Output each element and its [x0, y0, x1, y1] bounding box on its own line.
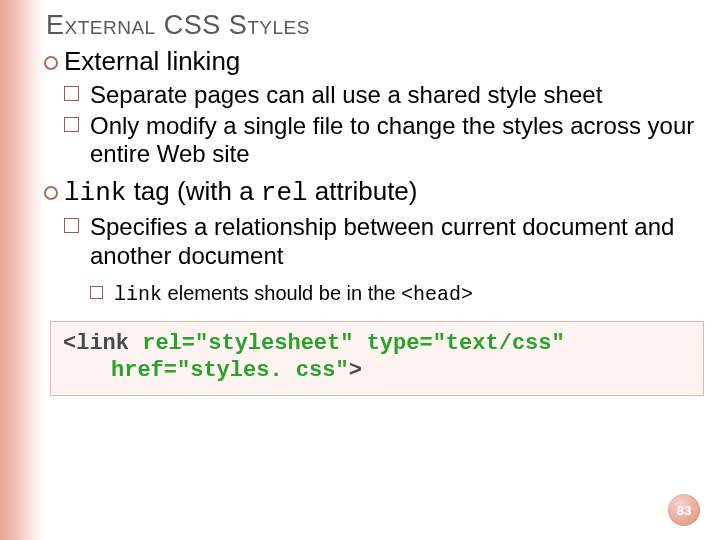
- bullet-text: link elements should be in the <head>: [114, 281, 710, 307]
- page-number-badge: 83: [668, 494, 700, 526]
- decorative-left-bar: [0, 0, 44, 540]
- text: tag (with a: [126, 176, 260, 206]
- slide-title: External CSS Styles: [46, 10, 710, 41]
- list-item: Only modify a single file to change the …: [64, 112, 710, 170]
- list-item: External linking Separate pages can all …: [44, 47, 710, 169]
- list-item: link tag (with a rel attribute) Specifie…: [44, 177, 710, 306]
- bullet-text: Specifies a relationship between current…: [90, 213, 710, 271]
- code-text: link: [64, 178, 126, 208]
- slide-content: External CSS Styles External linking Sep…: [44, 10, 710, 530]
- code-line: <link rel="stylesheet" type="text/css": [63, 330, 691, 358]
- code-text: link: [114, 283, 162, 306]
- bullet-text: link tag (with a rel attribute): [64, 177, 710, 209]
- code-example: <link rel="stylesheet" type="text/css" h…: [50, 321, 704, 396]
- code-line: href="styles. css">: [63, 357, 691, 385]
- bullet-text: Separate pages can all use a shared styl…: [90, 81, 710, 110]
- bullet-list: External linking Separate pages can all …: [44, 47, 710, 307]
- text: <link: [63, 331, 142, 356]
- list-item: Specifies a relationship between current…: [64, 213, 710, 307]
- bullet-text: Only modify a single file to change the …: [90, 112, 710, 170]
- code-text: href="styles. css": [111, 358, 349, 383]
- text: attribute): [308, 176, 418, 206]
- code-text: rel: [261, 178, 308, 208]
- code-text: <head>: [401, 283, 473, 306]
- list-item: link elements should be in the <head>: [90, 281, 710, 307]
- text: elements should be in the: [162, 282, 401, 304]
- code-text: rel="stylesheet" type="text/css": [142, 331, 564, 356]
- bullet-text: External linking: [64, 47, 710, 77]
- text: >: [349, 358, 362, 383]
- page-number: 83: [677, 503, 691, 518]
- list-item: Separate pages can all use a shared styl…: [64, 81, 710, 110]
